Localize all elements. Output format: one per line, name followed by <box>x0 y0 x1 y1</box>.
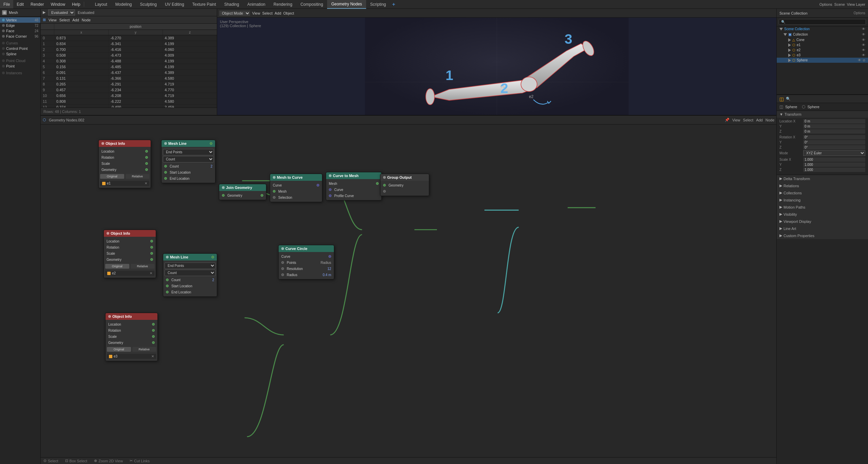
node-mesh-line-2[interactable]: Mesh Line End Points Count <box>163 253 217 297</box>
vp-view-btn[interactable]: View <box>252 11 260 15</box>
ne-view-btn[interactable]: View <box>732 118 740 122</box>
collection-item[interactable]: ▣ Collection 👁 <box>777 32 868 37</box>
tab-modeling[interactable]: Modeling <box>111 0 136 9</box>
tab-sculpting[interactable]: Sculpting <box>136 0 161 9</box>
rotation-y-input[interactable] <box>803 140 865 144</box>
tab-shading[interactable]: Shading <box>220 0 243 9</box>
node-join-geometry[interactable]: Join Geometry Geometry <box>219 184 266 200</box>
mesh-item-vertex[interactable]: Vertex 48 <box>0 17 40 23</box>
vp-add-btn[interactable]: Add <box>275 11 281 15</box>
sphere-vis-icon[interactable]: 👁 <box>858 58 861 62</box>
visibility-header[interactable]: ▶ Visibility <box>777 211 868 218</box>
ne-pin-icon[interactable]: 📌 <box>725 118 730 122</box>
line-art-header[interactable]: ▶ Line Art <box>777 225 868 232</box>
collection-vis-icon[interactable]: 👁 <box>862 33 865 36</box>
delta-transform-header[interactable]: ▶ Delta Transform <box>777 175 868 182</box>
visibility-icon[interactable]: 👁 <box>862 27 865 31</box>
mesh-item-edge[interactable]: Edge 72 <box>0 23 40 28</box>
vp-select-btn[interactable]: Select <box>262 11 273 15</box>
node-mesh-to-curve[interactable]: Mesh to Curve Curve Mesh S <box>270 174 322 202</box>
tab-scripting[interactable]: Scripting <box>366 0 390 9</box>
relative2-btn[interactable]: Relative <box>131 264 155 269</box>
location-x-input[interactable] <box>803 119 865 123</box>
location-y-input[interactable] <box>803 124 865 129</box>
table-view-btn[interactable]: View <box>49 18 57 22</box>
tab-geometry-nodes[interactable]: Geometry Nodes <box>327 0 366 9</box>
vp-object-btn[interactable]: Object <box>283 11 294 15</box>
menu-window[interactable]: Window <box>47 0 69 8</box>
relations-header[interactable]: ▶ Relations <box>777 182 868 189</box>
tab-compositing[interactable]: Compositing <box>296 0 327 9</box>
ml1-mode-dropdown[interactable]: End Points Count <box>163 149 214 155</box>
tab-texture-paint[interactable]: Texture Paint <box>188 0 220 9</box>
e2-vis-icon[interactable]: 👁 <box>862 48 865 52</box>
sphere-item[interactable]: ⬡ Sphere 👁 ⊘ <box>777 58 868 63</box>
mesh-item-curves[interactable]: Curves <box>0 39 40 46</box>
ne-select-btn[interactable]: Select <box>743 118 754 122</box>
mesh-item-spline[interactable]: Spline <box>0 51 40 57</box>
ml2-mode-dropdown[interactable]: End Points <box>165 263 215 269</box>
tab-rendering[interactable]: Rendering <box>269 0 296 9</box>
object-mode-select[interactable]: Object Mode Edit Mode <box>219 11 250 16</box>
scale-x-input[interactable] <box>803 157 865 162</box>
instancing-header[interactable]: ▶ Instancing <box>777 196 868 204</box>
ne-node-btn[interactable]: Node <box>766 118 774 122</box>
motion-paths-header[interactable]: ▶ Motion Paths <box>777 204 868 211</box>
node-canvas[interactable]: Object Info Location Rotation Scale <box>41 124 776 457</box>
transform-header[interactable]: ▼ Transform <box>777 111 868 118</box>
node-mesh-line-1[interactable]: Mesh Line End Points Count Count <box>161 140 215 183</box>
mesh-item-control-point[interactable]: Control Point <box>0 46 40 51</box>
node-curve-to-mesh[interactable]: Curve to Mesh Mesh Curve P <box>326 172 382 200</box>
rotation-z-input[interactable] <box>803 145 865 150</box>
scene-search-input[interactable] <box>779 19 866 25</box>
scale-z-input[interactable] <box>803 168 865 172</box>
scene-collection-item[interactable]: Scene Collection 👁 <box>777 26 868 32</box>
cone-item[interactable]: △ Cone 👁 <box>777 37 868 42</box>
ml2-count-dropdown[interactable]: Count <box>165 270 215 276</box>
rotation-x-input[interactable] <box>803 135 865 139</box>
mesh-item-face[interactable]: Face 24 <box>0 28 40 34</box>
e2-item[interactable]: ⬡ e2 👁 <box>777 47 868 53</box>
mesh-item-point-cloud[interactable]: Point Cloud <box>0 57 40 63</box>
rotation-mode-select[interactable]: XYZ Euler <box>803 150 865 156</box>
object-close-1[interactable]: ✕ <box>145 181 147 185</box>
object-close-2[interactable]: ✕ <box>150 271 152 275</box>
mesh-item-instances[interactable]: Instances <box>0 69 40 76</box>
collections-header[interactable]: ▶ Collections <box>777 189 868 196</box>
table-add-btn[interactable]: Add <box>72 18 79 22</box>
e3-item[interactable]: ⬡ e3 👁 <box>777 53 868 58</box>
location-z-input[interactable] <box>803 129 865 134</box>
menu-render[interactable]: Render <box>27 0 47 8</box>
original3-btn[interactable]: Original <box>107 347 131 352</box>
scale-y-input[interactable] <box>803 162 865 167</box>
sphere-filter-icon[interactable]: ⊘ <box>863 58 865 62</box>
relative-btn[interactable]: Relative <box>126 174 150 179</box>
e1-item[interactable]: ⬡ e1 👁 <box>777 42 868 47</box>
e1-vis-icon[interactable]: 👁 <box>862 43 865 47</box>
mesh-item-point[interactable]: Point <box>0 63 40 69</box>
object-close-3[interactable]: ✕ <box>151 354 154 358</box>
tab-layout[interactable]: Layout <box>91 0 111 9</box>
original2-btn[interactable]: Original <box>105 264 129 269</box>
node-object-info-2[interactable]: Object Info Location Rotation Scale <box>103 230 156 278</box>
custom-properties-header[interactable]: ▶ Custom Properties <box>777 232 868 239</box>
ml1-count-dropdown[interactable]: Count <box>163 156 214 162</box>
eval-dropdown[interactable]: Evaluated Original <box>48 9 75 16</box>
mesh-item-face-corner[interactable]: Face Corner 96 <box>0 34 40 39</box>
ne-add-btn[interactable]: Add <box>756 118 763 122</box>
node-group-output[interactable]: Group Output Geometry <box>380 174 429 196</box>
table-node-btn[interactable]: Node <box>82 18 91 22</box>
original-btn[interactable]: Original <box>100 174 124 179</box>
menu-file[interactable]: File <box>0 0 13 8</box>
table-select-btn[interactable]: Select <box>59 18 70 22</box>
tab-add[interactable]: + <box>390 0 397 9</box>
node-object-info-1[interactable]: Object Info Location Rotation Scale <box>98 140 151 188</box>
e3-vis-icon[interactable]: 👁 <box>862 53 865 57</box>
relative3-btn[interactable]: Relative <box>132 347 156 352</box>
tab-animation[interactable]: Animation <box>243 0 269 9</box>
node-object-info-3[interactable]: Object Info Location Rotation Scale <box>105 313 158 361</box>
menu-help[interactable]: Help <box>69 0 84 8</box>
tab-uv-editing[interactable]: UV Editing <box>161 0 188 9</box>
menu-edit[interactable]: Edit <box>13 0 27 8</box>
cone-vis-icon[interactable]: 👁 <box>862 38 865 42</box>
